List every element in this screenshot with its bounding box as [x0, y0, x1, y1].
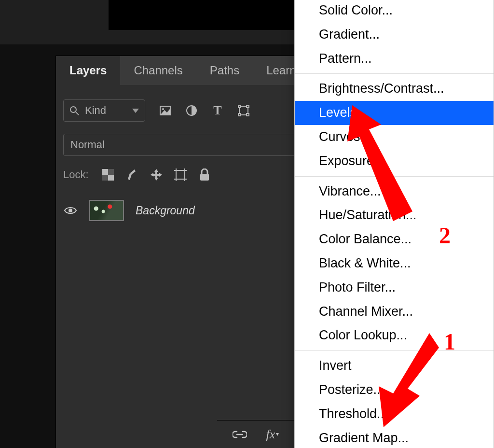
menu-gradient[interactable]: Gradient...	[295, 23, 494, 47]
svg-rect-6	[238, 105, 241, 108]
search-icon	[69, 106, 79, 115]
svg-rect-9	[247, 113, 249, 116]
svg-marker-32	[347, 105, 412, 221]
svg-rect-8	[238, 113, 241, 116]
svg-point-20	[69, 209, 72, 212]
svg-point-0	[70, 107, 76, 112]
svg-rect-7	[247, 105, 249, 108]
menu-brightness-contrast[interactable]: Brightness/Contrast...	[295, 77, 494, 101]
svg-marker-33	[379, 333, 439, 427]
layer-name[interactable]: Background	[136, 204, 195, 217]
svg-rect-13	[102, 175, 108, 181]
annotation-arrow-2	[347, 100, 434, 236]
svg-rect-12	[108, 169, 114, 175]
svg-line-1	[76, 112, 79, 115]
menu-black-white[interactable]: Black & White...	[295, 252, 494, 276]
svg-rect-19	[200, 174, 209, 181]
menu-photo-filter[interactable]: Photo Filter...	[295, 276, 494, 300]
lock-position-icon[interactable]	[150, 168, 163, 182]
layer-fx-icon[interactable]: fx▾	[264, 426, 281, 443]
layer-thumbnail[interactable]	[89, 200, 124, 221]
tab-paths[interactable]: Paths	[196, 56, 253, 85]
annotation-arrow-1	[367, 333, 444, 430]
filter-shape-icon[interactable]	[237, 104, 250, 117]
layer-kind-select[interactable]: Kind	[63, 99, 145, 122]
lock-all-icon[interactable]	[198, 168, 211, 182]
filter-type-icon[interactable]: T	[211, 104, 224, 117]
lock-pixels-icon[interactable]	[125, 168, 139, 182]
svg-rect-10	[102, 169, 108, 175]
filter-type-icons: T	[159, 104, 250, 117]
tab-channels[interactable]: Channels	[120, 56, 196, 85]
annotation-number-1: 1	[444, 328, 455, 355]
menu-solid-color[interactable]: Solid Color...	[295, 0, 494, 23]
menu-pattern[interactable]: Pattern...	[295, 47, 494, 71]
svg-rect-14	[176, 170, 185, 179]
visibility-eye-icon[interactable]	[63, 203, 78, 218]
svg-point-3	[162, 108, 164, 110]
filter-adjustment-icon[interactable]	[185, 104, 198, 117]
kind-label: Kind	[85, 104, 106, 117]
link-layers-icon[interactable]	[232, 426, 248, 443]
lock-label: Lock:	[63, 168, 89, 181]
chevron-down-icon	[132, 109, 139, 113]
lock-artboard-icon[interactable]	[174, 168, 187, 182]
blend-mode-value: Normal	[70, 139, 105, 151]
lock-icons	[101, 168, 211, 182]
annotation-number-2: 2	[439, 222, 451, 249]
document-canvas[interactable]	[109, 0, 294, 30]
svg-rect-11	[108, 175, 114, 181]
menu-channel-mixer[interactable]: Channel Mixer...	[295, 300, 494, 324]
lock-transparency-icon[interactable]	[101, 168, 115, 182]
tab-layers[interactable]: Layers	[56, 56, 120, 85]
filter-pixel-icon[interactable]	[159, 104, 172, 117]
